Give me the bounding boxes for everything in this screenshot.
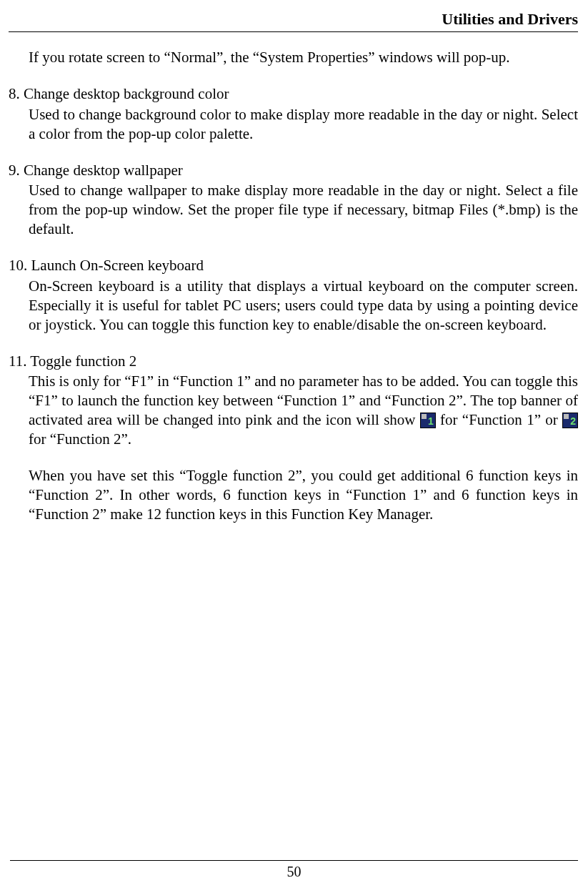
- item-10: 10. Launch On-Screen keyboard On-Screen …: [9, 256, 578, 335]
- item-11-body-2: When you have set this “Toggle function …: [29, 466, 578, 524]
- item-8-heading: 8. Change desktop background color: [9, 84, 578, 104]
- item-8: 8. Change desktop background color Used …: [9, 84, 578, 144]
- intro-paragraph: If you rotate screen to “Normal”, the “S…: [29, 48, 578, 67]
- item-9: 9. Change desktop wallpaper Used to chan…: [9, 161, 578, 240]
- page-number: 50: [287, 864, 302, 879]
- item-10-body: On-Screen keyboard is a utility that dis…: [29, 277, 578, 335]
- item-11-body-post: for “Function 2”.: [29, 430, 131, 448]
- item-9-body: Used to change wallpaper to make display…: [29, 181, 578, 239]
- page-footer: 50: [10, 860, 578, 880]
- item-8-body: Used to change background color to make …: [29, 105, 578, 144]
- function-2-icon-number: 2: [570, 415, 576, 428]
- item-9-heading: 9. Change desktop wallpaper: [9, 161, 578, 180]
- function-1-icon-number: 1: [428, 415, 434, 428]
- function-2-icon: 2: [562, 413, 578, 428]
- item-11: 11. Toggle function 2 This is only for “…: [9, 352, 578, 524]
- page-header: Utilities and Drivers: [9, 10, 578, 32]
- item-11-heading: 11. Toggle function 2: [9, 352, 578, 371]
- item-11-body: This is only for “F1” in “Function 1” an…: [29, 372, 578, 523]
- item-11-body-mid: for “Function 1” or: [440, 411, 562, 428]
- function-1-icon: 1: [420, 413, 436, 428]
- item-10-heading: 10. Launch On-Screen keyboard: [9, 256, 578, 275]
